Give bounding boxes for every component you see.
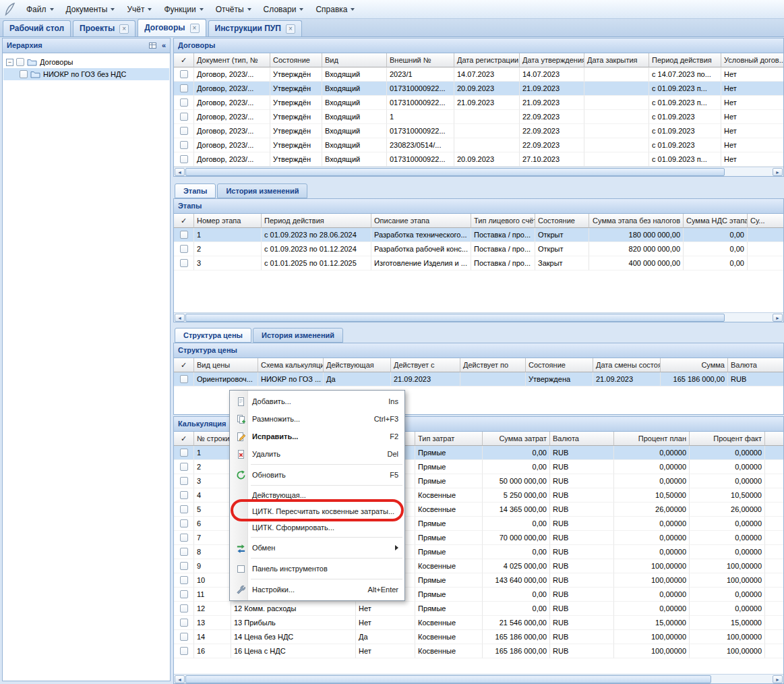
column-header[interactable]: Период действия [649,53,721,67]
menu-accounting[interactable]: Учёт [121,2,158,17]
table-row[interactable]: 1313 ПрибыльНетКосвенные21 546 000,00RUB… [174,616,783,630]
menu-item-duplicate[interactable]: Размножить... Ctrl+F3 [230,410,404,428]
scroll-thumb[interactable] [185,314,725,322]
menu-help[interactable]: Справка [309,2,361,17]
collapse-panel-icon[interactable]: « [162,38,166,53]
column-header[interactable]: Тип лицевого счёт [471,214,535,228]
row-checkbox[interactable] [180,463,188,471]
column-header[interactable]: Внешний № [387,53,454,67]
row-checkbox[interactable] [180,449,188,457]
menu-dictionaries[interactable]: Словари [258,2,310,17]
column-header[interactable]: Дата смены состоя [593,358,661,372]
column-header[interactable]: Тип затрат [415,432,483,446]
scroll-left-button[interactable]: ◄ [175,314,185,322]
table-row[interactable]: Договор, 2023/...УтверждёнВходящий2023/1… [174,67,783,82]
menu-file[interactable]: Файл [20,2,60,17]
row-checkbox[interactable] [180,633,188,641]
row-checkbox[interactable] [180,245,188,253]
menu-reports[interactable]: Отчёты [210,2,258,17]
row-checkbox[interactable] [180,113,188,121]
stages-hscrollbar[interactable]: ◄ ► [174,312,783,322]
column-header[interactable]: Состояние [270,53,322,67]
column-header[interactable]: Валюта [550,432,614,446]
table-row[interactable]: Договор, 2023/...УтверждёнВходящий017310… [174,124,783,138]
menu-item-add[interactable]: Добавить... Ins [230,393,404,410]
menu-item-citk-recalculate[interactable]: ЦИТК. Пересчитать косвенные затраты... [230,503,404,519]
row-checkbox[interactable] [180,505,188,513]
column-header[interactable]: ✓ [174,53,194,67]
scroll-left-button[interactable]: ◄ [175,168,185,176]
column-header[interactable]: Период действия [262,214,371,228]
tab-projects[interactable]: Проекты× [73,20,135,36]
column-header[interactable]: Сумма [661,358,728,372]
row-checkbox[interactable] [180,562,188,570]
row-checkbox[interactable] [180,619,188,627]
tab-instructions-pup[interactable]: Инструкции ПУП× [208,20,302,36]
column-header[interactable]: Действующая [324,358,391,372]
table-row[interactable]: Договор, 2023/...УтверждёнВходящий017310… [174,152,783,167]
row-checkbox[interactable] [180,647,188,655]
table-row[interactable]: Договор, 2023/...УтверждёнВходящий122.09… [174,110,783,124]
column-header[interactable]: Процент план [614,432,690,446]
menu-item-current[interactable]: Действующая... [230,487,404,503]
scroll-thumb[interactable] [185,675,711,683]
calculation-hscrollbar[interactable]: ◄ ► [174,674,783,683]
menu-functions[interactable]: Функции [158,2,209,17]
column-header[interactable]: № строки [194,432,231,446]
table-row[interactable]: 1414 Цена без НДСДаКосвенные165 186 000,… [174,630,783,644]
tab-price-history[interactable]: История изменений [253,328,343,343]
scroll-thumb[interactable] [185,168,725,176]
row-checkbox[interactable] [180,70,188,78]
close-tab-icon[interactable]: × [286,24,295,34]
close-tab-icon[interactable]: × [119,24,129,34]
column-header[interactable]: Валюта [728,358,783,372]
column-header[interactable]: Сумма затрат [483,432,550,446]
scroll-right-button[interactable]: ► [773,168,783,176]
column-header[interactable]: Дата регистрации [454,53,520,67]
menu-item-edit[interactable]: Исправить... F2 [230,428,404,445]
column-header[interactable]: Вид [322,53,387,67]
tree-item-contracts[interactable]: − Договоры [3,56,169,68]
row-checkbox[interactable] [180,519,188,528]
menu-item-settings[interactable]: Настройки... Alt+Enter [230,581,404,598]
column-header[interactable]: Действует по [460,358,526,372]
table-row[interactable]: Договор, 2023/...УтверждёнВходящий017310… [174,82,783,96]
hierarchy-grid-icon[interactable] [148,41,157,50]
column-header[interactable]: Схема калькуляци [258,358,324,372]
row-checkbox[interactable] [180,534,188,542]
column-header[interactable]: Сумма НДС этапа [684,214,748,228]
row-checkbox[interactable] [180,84,188,92]
row-checkbox[interactable] [180,491,188,499]
table-row[interactable]: 1616 Цена с НДСНетКосвенные165 186 000,0… [174,644,783,658]
tab-desktop[interactable]: Рабочий стол [3,20,71,36]
column-header[interactable]: Сумма этапа без налогов [589,214,684,228]
column-header[interactable]: Состояние [526,358,593,372]
scroll-left-button[interactable]: ◄ [175,675,185,683]
scroll-right-button[interactable]: ► [773,675,783,683]
table-row[interactable]: Договор, 2023/...УтверждёнВходящий017310… [174,96,783,110]
tab-stages-history[interactable]: История изменений [217,183,307,198]
menu-item-toolbar-panel[interactable]: Панель инструментов [230,560,404,577]
close-tab-icon[interactable]: × [190,24,200,33]
column-header[interactable]: Описание этапа [371,214,471,228]
row-checkbox[interactable] [180,141,188,149]
table-row[interactable]: Договор, 2023/...УтверждёнВходящий230823… [174,138,783,152]
row-checkbox[interactable] [180,604,188,612]
column-header[interactable]: Условный догов... [721,53,783,67]
tree-checkbox[interactable] [20,70,28,78]
table-row[interactable]: 3с 01.01.2025 по 01.12.2025Изготовление … [174,256,783,270]
row-checkbox[interactable] [180,98,188,107]
row-checkbox[interactable] [180,477,188,485]
row-checkbox[interactable] [180,155,188,163]
row-checkbox[interactable] [180,231,188,239]
menu-item-exchange[interactable]: Обмен [230,539,404,557]
column-header[interactable]: Дата утверждения [520,53,584,67]
menu-item-delete[interactable]: Удалить Del [230,445,404,463]
row-checkbox[interactable] [180,259,188,267]
menu-documents[interactable]: Документы [60,2,121,17]
table-row[interactable]: 2с 01.09.2023 по 01.12.2024Разработка ра… [174,242,783,256]
tab-contracts[interactable]: Договоры× [138,19,206,36]
table-row[interactable]: 1212 Комм. расходыНетПрямые0,00RUB0,0000… [174,602,783,616]
table-row[interactable]: 1с 01.09.2023 по 28.06.2024Разработка те… [174,228,783,242]
scroll-right-button[interactable]: ► [773,314,783,322]
